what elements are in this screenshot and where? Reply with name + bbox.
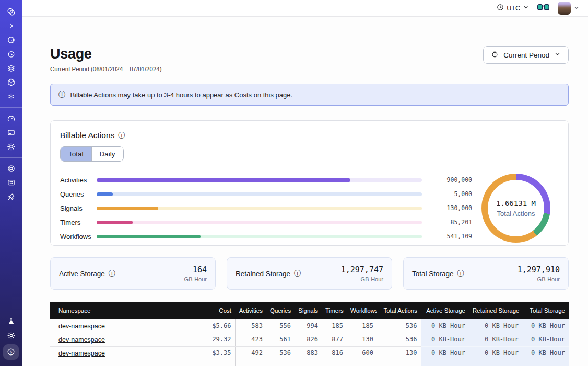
- bar-fill: [97, 235, 201, 238]
- column-header: Active Storage: [421, 302, 469, 319]
- reader-glasses-icon[interactable]: [537, 4, 549, 13]
- storage-card-label-text: Total Storage: [412, 270, 454, 278]
- tab-total[interactable]: Total: [61, 147, 91, 161]
- cube-icon[interactable]: [3, 75, 19, 89]
- main-area: UTC Usage Current Period (06/01/2024 – 0…: [22, 0, 588, 366]
- account-menu[interactable]: [558, 2, 580, 15]
- settings-gear-icon[interactable]: [3, 140, 19, 154]
- timezone-label: UTC: [507, 5, 520, 12]
- feedback-icon[interactable]: [3, 176, 19, 190]
- billing-card-icon[interactable]: [3, 125, 19, 140]
- value-cell: 492: [235, 346, 266, 360]
- storage-value-cell: 0 KB-Hour: [522, 333, 569, 346]
- theme-sun-icon[interactable]: [3, 328, 19, 342]
- pricing-coin-icon[interactable]: $: [3, 344, 19, 360]
- namespace-link[interactable]: dev-namespace: [58, 350, 105, 357]
- bar-value: 900,000: [430, 176, 472, 184]
- donut-center: 1.66131 M Total Actions: [488, 180, 544, 236]
- storage-value-cell: 0 KB-Hour: [421, 333, 469, 346]
- total-storage-card: Total Storage ⓘ 1,297,910 GB-Hour: [403, 257, 569, 290]
- value-cell: 423: [235, 333, 266, 346]
- info-icon[interactable]: ⓘ: [294, 270, 301, 277]
- value-cell: 556: [266, 319, 295, 333]
- bar-track: [97, 207, 422, 210]
- sidebar-divider: [0, 157, 22, 158]
- namespace-cell: dev-namespace: [50, 346, 174, 360]
- storage-card-unit: GB-Hour: [518, 276, 560, 282]
- namespace-cell: dev-namespace: [50, 319, 174, 333]
- stack-icon[interactable]: [3, 61, 19, 75]
- storage-card-label: Total Storage ⓘ: [412, 270, 464, 278]
- usage-gauge-icon[interactable]: [3, 111, 19, 125]
- bar-label: Workflows: [60, 233, 97, 241]
- usage-page: Usage Current Period (06/01/2024 – 07/01…: [22, 17, 588, 366]
- column-header: Activities: [235, 302, 266, 319]
- bar-label: Signals: [60, 204, 97, 212]
- sidebar: $: [0, 0, 22, 366]
- support-lifebuoy-icon[interactable]: [3, 162, 19, 176]
- namespaces-icon[interactable]: [3, 33, 19, 47]
- page-subtitle: Current Period (06/01/2024 – 07/01/2024): [50, 66, 162, 72]
- avatar[interactable]: [558, 2, 571, 15]
- storage-card-value: 1,297,747: [341, 265, 383, 274]
- storage-card-label: Retained Storage ⓘ: [236, 270, 301, 278]
- storage-value-cell: 0 KB-Hour: [421, 346, 469, 360]
- column-header: Timers: [322, 302, 347, 319]
- bar-fill: [97, 207, 158, 210]
- period-selector-button[interactable]: Current Period: [483, 46, 569, 64]
- bar-label: Queries: [60, 190, 97, 198]
- storage-value-cell: 0 KB-Hour: [522, 346, 569, 360]
- storage-value-cell: 0 KB-Hour: [469, 319, 522, 333]
- labs-flask-icon[interactable]: [3, 314, 19, 328]
- storage-card-unit: GB-Hour: [341, 276, 383, 282]
- info-icon[interactable]: ⓘ: [109, 270, 116, 277]
- namespace-link[interactable]: dev-namespace: [58, 336, 105, 344]
- clock-icon: [497, 4, 504, 13]
- billable-actions-card: Billable Actions ⓘ Total Daily Activitie…: [50, 120, 569, 246]
- value-cell: 536: [377, 319, 421, 333]
- storage-card-unit: GB-Hour: [184, 276, 207, 282]
- value-cell: 536: [266, 346, 295, 360]
- info-banner: ⓘ Billable Actions may take up to 3-4 ho…: [50, 84, 569, 106]
- value-cell: $3.35: [174, 346, 235, 360]
- namespace-link[interactable]: dev-namespace: [58, 323, 105, 330]
- column-header: Signals: [295, 302, 322, 319]
- info-icon[interactable]: ⓘ: [118, 132, 125, 139]
- bar-track: [97, 192, 422, 196]
- topbar: UTC: [22, 0, 588, 17]
- schedules-icon[interactable]: [3, 47, 19, 61]
- bar-track: [97, 221, 422, 224]
- storage-card-label-text: Active Storage: [59, 270, 105, 278]
- storage-card-label: Active Storage ⓘ: [59, 270, 115, 278]
- value-cell: 883: [295, 346, 322, 360]
- storage-card-label-text: Retained Storage: [236, 270, 290, 278]
- active-storage-card: Active Storage ⓘ 164 GB-Hour: [50, 257, 216, 290]
- value-cell: 583: [235, 319, 266, 333]
- value-cell: 600: [347, 346, 377, 360]
- retained-storage-card: Retained Storage ⓘ 1,297,747 GB-Hour: [227, 257, 392, 290]
- bar-label: Timers: [60, 219, 97, 226]
- bar-value: 85,201: [430, 219, 472, 226]
- storage-value-cell: 0 KB-Hour: [469, 346, 522, 360]
- bar-track: [97, 178, 422, 182]
- timezone-selector[interactable]: UTC: [497, 4, 529, 13]
- storage-value-cell: 0 KB-Hour: [522, 319, 569, 333]
- billable-chart-row: Activities900,000Queries5,000Signals130,…: [60, 174, 560, 243]
- bar-row-activities: Activities900,000: [60, 176, 472, 184]
- namespace-cell: dev-namespace: [50, 333, 174, 346]
- column-header: Namespace: [50, 302, 174, 319]
- tab-daily[interactable]: Daily: [91, 147, 123, 161]
- column-header: Retained Storage: [469, 302, 522, 319]
- bar-track: [97, 235, 422, 238]
- bar-fill: [97, 221, 133, 224]
- temporal-logo-icon[interactable]: [3, 5, 19, 19]
- bar-row-signals: Signals130,000: [60, 204, 472, 212]
- donut-column: 1.66131 M Total Actions: [472, 174, 560, 243]
- sidebar-expand-chevron-icon[interactable]: [3, 19, 19, 33]
- asterisk-icon[interactable]: [3, 89, 19, 104]
- getting-started-rocket-icon[interactable]: [3, 190, 19, 204]
- billable-actions-title-text: Billable Actions: [60, 131, 114, 140]
- column-header: Total Actions: [377, 302, 421, 319]
- value-cell: 130: [377, 346, 421, 360]
- info-icon[interactable]: ⓘ: [457, 270, 465, 277]
